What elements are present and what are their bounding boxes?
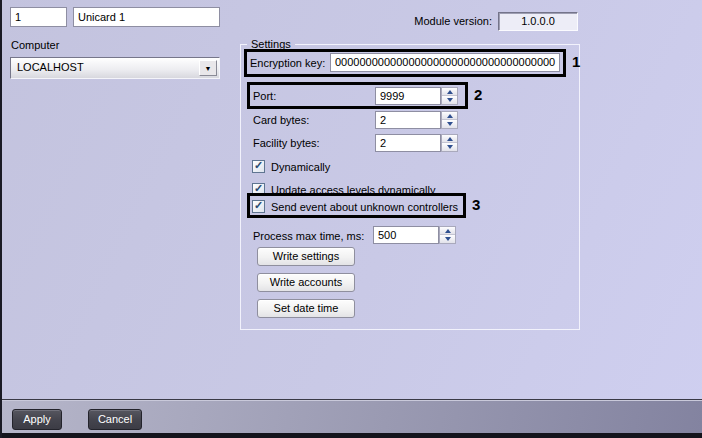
write-settings-button[interactable]: Write settings xyxy=(257,247,355,266)
card-bytes-label: Card bytes: xyxy=(253,114,309,127)
computer-selected-value: LOCALHOST xyxy=(17,61,84,73)
checkmark-icon: ✓ xyxy=(254,199,263,212)
facility-bytes-label: Facility bytes: xyxy=(253,137,320,150)
annotation-number-3: 3 xyxy=(472,197,480,212)
annotation-number-1: 1 xyxy=(572,54,580,69)
process-max-time-label: Process max time, ms: xyxy=(253,230,364,243)
port-spinner[interactable] xyxy=(441,87,458,105)
window-bottom-edge xyxy=(0,433,702,438)
facility-bytes-input[interactable]: 2 xyxy=(375,134,441,152)
spin-down-icon[interactable] xyxy=(440,235,455,243)
dynamically-checkbox[interactable]: ✓ xyxy=(252,160,265,173)
object-id-field[interactable]: 1 xyxy=(10,7,67,27)
spin-down-icon[interactable] xyxy=(442,96,457,104)
write-accounts-button[interactable]: Write accounts xyxy=(257,273,355,292)
spin-up-icon[interactable] xyxy=(442,112,457,120)
facility-bytes-spinner[interactable] xyxy=(441,134,458,152)
checkmark-icon: ✓ xyxy=(254,159,263,172)
update-access-levels-checkbox-label: Update access levels dynamically xyxy=(271,184,435,197)
set-date-time-button[interactable]: Set date time xyxy=(257,299,355,318)
card-bytes-input[interactable]: 2 xyxy=(375,111,441,129)
send-event-unknown-controllers-checkbox-label: Send event about unknown controllers xyxy=(271,201,458,214)
process-max-time-spinner[interactable] xyxy=(439,226,456,244)
spin-down-icon[interactable] xyxy=(442,120,457,128)
spin-down-icon[interactable] xyxy=(442,143,457,151)
checkmark-icon: ✓ xyxy=(254,182,263,195)
object-name-field[interactable]: Unicard 1 xyxy=(73,7,220,27)
settings-group-label: Settings xyxy=(247,38,295,50)
window-left-edge xyxy=(0,0,2,438)
send-event-unknown-controllers-checkbox[interactable]: ✓ xyxy=(252,200,265,213)
encryption-key-input[interactable]: 000000000000000000000000000000000000 xyxy=(330,53,560,72)
module-version-value: 1.0.0.0 xyxy=(498,12,578,31)
apply-button[interactable]: Apply xyxy=(12,409,62,430)
chevron-down-icon[interactable]: ▼ xyxy=(199,60,217,76)
encryption-key-label: Encryption key: xyxy=(250,57,325,70)
dynamically-checkbox-label: Dynamically xyxy=(271,161,330,174)
module-version-label: Module version: xyxy=(400,15,492,28)
card-bytes-spinner[interactable] xyxy=(441,111,458,129)
annotation-number-2: 2 xyxy=(474,87,482,102)
computer-label: Computer xyxy=(11,39,59,52)
computer-select[interactable]: LOCALHOST ▼ xyxy=(10,57,220,79)
module-settings-panel: 1 Unicard 1 Computer LOCALHOST ▼ Module … xyxy=(0,0,702,438)
cancel-button[interactable]: Cancel xyxy=(88,409,142,430)
spin-up-icon[interactable] xyxy=(442,88,457,96)
update-access-levels-checkbox[interactable]: ✓ xyxy=(252,183,265,196)
spin-up-icon[interactable] xyxy=(440,227,455,235)
spin-up-icon[interactable] xyxy=(442,135,457,143)
port-label: Port: xyxy=(253,90,276,103)
port-input[interactable]: 9999 xyxy=(375,87,441,105)
process-max-time-input[interactable]: 500 xyxy=(373,226,439,244)
